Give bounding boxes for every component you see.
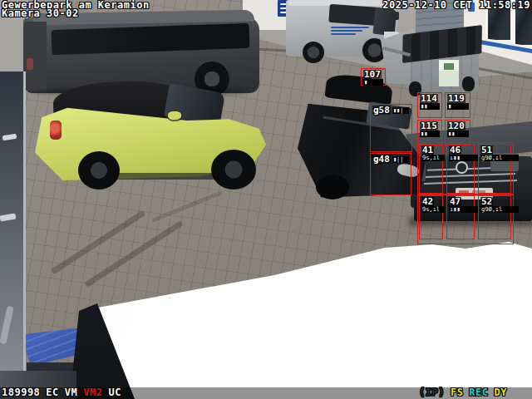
flag-fs: FS [451, 388, 463, 397]
camera-name-label: Kamera 30-02 [2, 9, 79, 18]
mini-mirror [168, 111, 181, 120]
van-logo-line [331, 27, 369, 28]
mini-rocker-shadow [115, 173, 219, 180]
flag-uc: UC [108, 388, 121, 397]
headlight-drl [494, 155, 515, 160]
flag-ip: (IP) [419, 388, 445, 397]
status-flags-right: (IP)FSRECDY [419, 388, 507, 397]
flag-189998: 189998 [2, 388, 40, 397]
foreground-wall-edge [0, 71, 25, 399]
flag-dy: DY [495, 388, 507, 397]
flag-vm: VM [65, 388, 77, 397]
flag-ec: EC [46, 388, 58, 397]
van-mirror [392, 12, 399, 20]
suv-shadow [409, 218, 532, 226]
mini-rear-wheel [78, 151, 120, 190]
mini-front-wheel [211, 150, 256, 190]
plate-marking [472, 190, 485, 196]
camera-frame[interactable]: 107▮g58▮▮|g48▮||114▮▮119▮115▮▮120▮▮419s‚… [0, 0, 532, 399]
van-rear-wheel [303, 42, 324, 63]
car-soft-top [324, 72, 393, 106]
van-logo-line [331, 33, 356, 35]
timestamp-label: 2025-12-10 CET 11:58:19 [382, 1, 530, 10]
car-wheel [316, 175, 349, 200]
suv-headlight-right [490, 153, 519, 171]
van-logo-line [331, 30, 362, 32]
wall-edge-highlight [23, 71, 26, 399]
flag-vm2: VM2 [83, 388, 102, 397]
dumpster-wheel [462, 76, 475, 91]
van-taillight [27, 58, 33, 70]
black-convertible [298, 75, 429, 201]
suv-badge [456, 161, 468, 174]
mini-taillight [50, 121, 62, 140]
status-flags-left: 189998ECVMVM2UC [2, 388, 121, 397]
plate-marking [459, 190, 469, 196]
sticker-logo [444, 63, 454, 70]
flag-rec: REC [469, 388, 488, 397]
suv-license-plate [456, 188, 493, 200]
dumpster-sticker [439, 60, 459, 86]
lime-mini-convertible [35, 75, 268, 191]
